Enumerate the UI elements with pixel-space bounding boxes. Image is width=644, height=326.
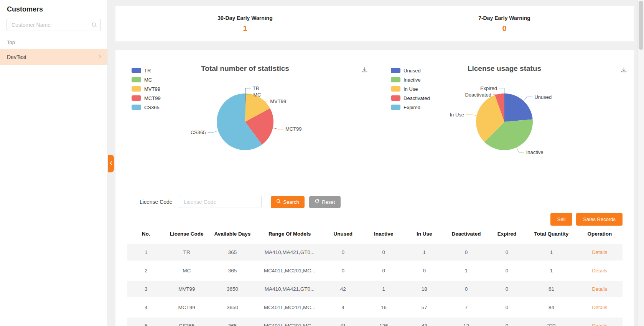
pie-label: MVT99 <box>270 98 286 104</box>
main-content: 30-Day Early Warning 1 7-Day Early Warni… <box>115 0 634 326</box>
cell-operation: Details <box>577 280 623 298</box>
chart-license-usage: License usage status UnusedInactiveIn Us… <box>375 50 634 192</box>
customers-sidebar: Customers Top DevTest <box>0 0 108 326</box>
sidebar-collapse-handle[interactable] <box>108 155 114 172</box>
page-scrollbar[interactable] <box>637 0 644 326</box>
pie-label: CS365 <box>191 129 206 135</box>
column-header-unused: Unused <box>323 226 363 243</box>
warning-30day-value: 1 <box>243 24 247 33</box>
cell-no: 5 <box>127 316 165 326</box>
table-row: 2MC365MC401L,MC201,MC...000101Details <box>127 261 623 280</box>
cell-expired: 0 <box>488 261 526 280</box>
cell-total: 84 <box>526 298 577 316</box>
reset-button[interactable]: Reset <box>309 196 341 208</box>
chevron-left-icon <box>109 160 113 167</box>
column-header-range: Range Of Models <box>257 226 323 243</box>
sidebar-item-devtest[interactable]: DevTest <box>0 49 107 65</box>
cell-total: 1 <box>526 261 577 280</box>
pie-label: Unused <box>534 94 552 100</box>
column-header-deactivated: Deactivated <box>445 226 488 243</box>
table-row: 3MVT993650MA410,MA421,GT0...421180061Det… <box>127 280 623 298</box>
pie-label: MC <box>253 92 261 98</box>
column-header-no: No. <box>127 226 165 243</box>
sidebar-group-label: Top <box>0 31 107 49</box>
sidebar-item-label: DevTest <box>7 54 26 60</box>
pie-label: Deactivated <box>465 92 491 98</box>
cell-days: 3650 <box>208 280 257 298</box>
table-row: 1TR365MA410,MA421,GT0...001001Details <box>127 243 623 261</box>
warning-7day-value: 0 <box>502 24 506 33</box>
license-code-label: License Code <box>140 199 173 205</box>
sales-records-button[interactable]: Sales Records <box>576 213 623 226</box>
cell-inactive: 0 <box>363 261 404 280</box>
early-warning-card: 30-Day Early Warning 1 7-Day Early Warni… <box>115 6 634 41</box>
cell-unused: 42 <box>323 280 363 298</box>
column-header-inactive: Inactive <box>363 226 404 243</box>
pie-label: MCT99 <box>285 126 302 132</box>
pie-label: Inactive <box>526 149 544 155</box>
pie-label-leader <box>273 128 283 129</box>
cell-range: MC401L,MC201,MC... <box>257 298 323 316</box>
reset-button-label: Reset <box>322 199 335 205</box>
scrollbar-thumb[interactable] <box>639 1 643 50</box>
cell-no: 3 <box>127 280 165 298</box>
search-button[interactable]: Search <box>271 196 305 208</box>
cell-no: 1 <box>127 243 165 261</box>
cell-deactivated: 0 <box>445 243 488 261</box>
warning-7day: 7-Day Early Warning 0 <box>375 6 634 41</box>
cell-inuse: 0 <box>404 261 445 280</box>
column-header-inuse: In Use <box>404 226 445 243</box>
column-header-total: Total Quantity <box>526 226 577 243</box>
cell-range: MC401L,MC201,MC... <box>257 261 323 280</box>
column-header-operation: Operation <box>577 226 623 243</box>
cell-expired: 0 <box>488 280 526 298</box>
cell-inuse: 43 <box>404 316 445 326</box>
cell-operation: Details <box>577 261 623 280</box>
pie-label: In Use <box>450 112 464 118</box>
column-header-days: Available Days <box>208 226 257 243</box>
customer-search-input[interactable] <box>7 19 101 31</box>
details-link[interactable]: Details <box>592 286 607 292</box>
cell-operation: Details <box>577 316 623 326</box>
license-table: No.License CodeAvailable DaysRange Of Mo… <box>127 226 623 326</box>
cell-inuse: 57 <box>404 298 445 316</box>
pie-label-leader <box>499 88 504 93</box>
cell-deactivated: 7 <box>445 298 488 316</box>
search-icon <box>91 22 97 29</box>
cell-days: 365 <box>208 261 257 280</box>
cell-inactive: 0 <box>363 243 404 261</box>
pie-label-leader <box>208 131 218 132</box>
cell-inuse: 18 <box>404 280 445 298</box>
magnifier-icon <box>276 199 281 205</box>
cell-total: 61 <box>526 280 577 298</box>
cell-license: CS365 <box>165 316 208 326</box>
details-link[interactable]: Details <box>592 323 607 326</box>
details-link[interactable]: Details <box>592 249 607 255</box>
cell-unused: 41 <box>323 316 363 326</box>
cell-unused: 0 <box>323 261 363 280</box>
details-link[interactable]: Details <box>592 268 607 274</box>
cell-days: 3650 <box>208 298 257 316</box>
license-code-input[interactable] <box>179 196 262 208</box>
table-row: 4MCT993650MC401L,MC201,MC...416577084Det… <box>127 298 623 316</box>
cell-range: MA410,MA421,GT0... <box>257 243 323 261</box>
download-icon[interactable] <box>361 67 368 75</box>
column-header-license: License Code <box>165 226 208 243</box>
warning-30day: 30-Day Early Warning 1 <box>115 6 375 41</box>
cell-inactive: 126 <box>363 316 404 326</box>
pie-label-leader <box>245 88 251 93</box>
cell-days: 365 <box>208 243 257 261</box>
cell-inuse: 1 <box>404 243 445 261</box>
pie-slice-Unused <box>504 93 533 122</box>
details-link[interactable]: Details <box>592 305 607 310</box>
pie-chart: TRMCMVT99MCT99CS365 <box>138 71 352 172</box>
cell-no: 4 <box>127 298 165 316</box>
cell-deactivated: 0 <box>445 280 488 298</box>
cell-days: 365 <box>208 316 257 326</box>
download-icon[interactable] <box>621 67 627 75</box>
sell-button[interactable]: Sell <box>550 213 573 226</box>
refresh-icon <box>315 199 320 205</box>
search-button-label: Search <box>283 199 299 205</box>
pie-label-leader <box>466 115 477 116</box>
cell-expired: 0 <box>488 243 526 261</box>
